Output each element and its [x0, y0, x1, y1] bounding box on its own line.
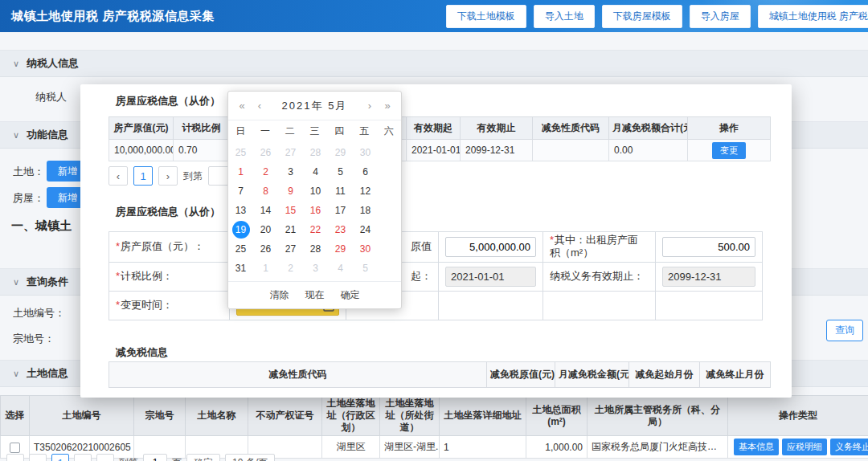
calendar-day[interactable]: 29: [328, 143, 353, 162]
next-month-button[interactable]: ›: [364, 100, 375, 112]
calendar-footer-button[interactable]: 清除: [270, 288, 289, 302]
cell-row-actions: 基本信息应税明细义务终止: [728, 436, 868, 459]
section-taxpayer-info[interactable]: ∨ 纳税人信息: [0, 50, 868, 77]
calendar-day[interactable]: 2: [253, 162, 278, 182]
calendar-day[interactable]: 15: [278, 201, 303, 220]
calendar-day[interactable]: 1: [228, 162, 253, 182]
calendar-day[interactable]: 20: [253, 220, 278, 239]
calendar-day[interactable]: 7: [228, 182, 253, 201]
calendar-day[interactable]: 14: [253, 201, 278, 220]
calendar-day[interactable]: 23: [328, 220, 353, 239]
bottom-pagination: « ‹ 1 › » 到第 页 确定 10 条/页: [6, 451, 275, 461]
calendar-day[interactable]: 19: [228, 220, 253, 239]
calendar-day[interactable]: 1: [253, 259, 278, 278]
calendar-title[interactable]: 2021年 5月: [272, 99, 358, 113]
change-button[interactable]: 变更: [712, 142, 746, 159]
list-table-header-row: 房产原值(元)计税比例有效期起有效期止减免性质代码月减免税额合计(元)操作: [109, 117, 771, 140]
weekday-label: 二: [277, 124, 302, 138]
calendar-day[interactable]: 28: [303, 239, 328, 259]
goto-page-input[interactable]: [143, 454, 167, 461]
cell-tax-ratio: 0.70: [174, 140, 230, 161]
cell-street: 湖里区-湖里...: [380, 436, 440, 459]
calendar-day[interactable]: 27: [278, 239, 303, 259]
calendar-day[interactable]: 17: [328, 201, 353, 220]
current-page-button[interactable]: 1: [51, 454, 69, 461]
prev-year-button[interactable]: «: [236, 100, 248, 112]
next-page-button[interactable]: ›: [74, 454, 92, 461]
calendar-day[interactable]: 8: [253, 182, 278, 201]
calendar-day[interactable]: 5: [353, 259, 378, 278]
prev-month-button[interactable]: ‹: [254, 100, 265, 112]
header-action-button[interactable]: 下载土地模板: [446, 5, 526, 28]
header-action-button[interactable]: 导入房屋: [690, 5, 751, 28]
list-table-header-cell: 计税比例: [174, 117, 230, 140]
calendar-day[interactable]: 25: [228, 239, 253, 259]
land-table-header-cell: 土地坐落地址（所处街道）: [380, 396, 440, 436]
land-label: 土地：: [13, 165, 44, 179]
calendar-day[interactable]: 9: [278, 182, 303, 201]
calendar-day[interactable]: 28: [303, 143, 328, 162]
calendar-day[interactable]: 30: [353, 239, 378, 259]
calendar-day[interactable]: 29: [328, 239, 353, 259]
calendar-day[interactable]: 22: [303, 220, 328, 239]
calendar-day[interactable]: 21: [278, 220, 303, 239]
calendar-day[interactable]: 27: [278, 143, 303, 162]
land-table-header-cell: 土地名称: [186, 396, 248, 436]
calendar-day[interactable]: 18: [353, 201, 378, 220]
calendar-day[interactable]: 24: [353, 220, 378, 239]
calendar-day[interactable]: 3: [278, 162, 303, 182]
per-page-select[interactable]: 10 条/页: [225, 454, 275, 461]
cell-valid-end: 2099-12-31: [461, 140, 533, 161]
cell-orig-value: 10,000,000.00: [109, 140, 174, 161]
prev-page-button[interactable]: ‹: [108, 166, 128, 186]
first-page-button[interactable]: «: [6, 454, 24, 461]
rent-value-input[interactable]: [445, 237, 536, 257]
cell-deduction-code: [533, 140, 609, 161]
calendar-day[interactable]: 2: [278, 259, 303, 278]
row-action-button[interactable]: 应税明细: [782, 439, 827, 455]
tax-ratio-label: *计税比例：: [109, 262, 230, 291]
chevron-down-icon: ∨: [13, 277, 19, 288]
calendar-footer-button[interactable]: 确定: [341, 288, 360, 302]
required-marker: *: [116, 240, 120, 252]
row-action-button[interactable]: 义务终止: [830, 439, 868, 455]
calendar-day[interactable]: 13: [228, 201, 253, 220]
chevron-down-icon: ∨: [13, 369, 19, 379]
calendar-day[interactable]: 4: [303, 162, 328, 182]
next-year-button[interactable]: »: [382, 100, 393, 112]
query-button[interactable]: 查询: [826, 320, 863, 341]
last-page-button[interactable]: »: [96, 454, 114, 461]
row-action-button[interactable]: 基本信息: [734, 439, 779, 455]
calendar-day[interactable]: 11: [328, 182, 353, 201]
calendar-day[interactable]: 30: [353, 143, 378, 162]
valid-end-value: 2099-12-31: [662, 267, 755, 287]
calendar-day[interactable]: 5: [328, 162, 353, 182]
calendar-day[interactable]: 3: [303, 259, 328, 278]
next-page-button[interactable]: ›: [158, 166, 178, 186]
calendar-day[interactable]: 4: [328, 259, 353, 278]
deduction-header-cell: 减免性质代码: [109, 362, 487, 388]
required-marker: *: [116, 299, 120, 311]
header-action-button[interactable]: 导入土地: [534, 5, 595, 28]
chevron-down-icon: ∨: [13, 130, 19, 141]
calendar-day[interactable]: 16: [303, 201, 328, 220]
taxpayer-label: 纳税人: [35, 90, 67, 104]
rent-area-input[interactable]: [662, 237, 755, 257]
calendar-grid: 2526272829301234567891011121314151617181…: [228, 141, 401, 281]
land-table-header-cell: 操作类型: [728, 396, 868, 436]
calendar-day[interactable]: 26: [253, 143, 278, 162]
header-action-button[interactable]: 下载房屋模板: [602, 5, 682, 28]
deduction-header-cell: 减免终止月份: [700, 362, 771, 388]
header-action-button[interactable]: 城镇土地使用税 房产税申报: [758, 5, 868, 28]
cell-monthly-deduction: 0.00: [609, 140, 688, 161]
calendar-day[interactable]: 26: [253, 239, 278, 259]
calendar-day[interactable]: 25: [228, 143, 253, 162]
prev-page-button[interactable]: ‹: [29, 454, 47, 461]
calendar-day[interactable]: 6: [353, 162, 378, 182]
current-page-button[interactable]: 1: [133, 166, 153, 186]
calendar-footer-button[interactable]: 现在: [305, 288, 325, 302]
calendar-day[interactable]: 12: [353, 182, 378, 201]
calendar-day[interactable]: 31: [228, 259, 253, 278]
calendar-day[interactable]: 10: [303, 182, 328, 201]
goto-confirm-button[interactable]: 确定: [186, 454, 220, 461]
